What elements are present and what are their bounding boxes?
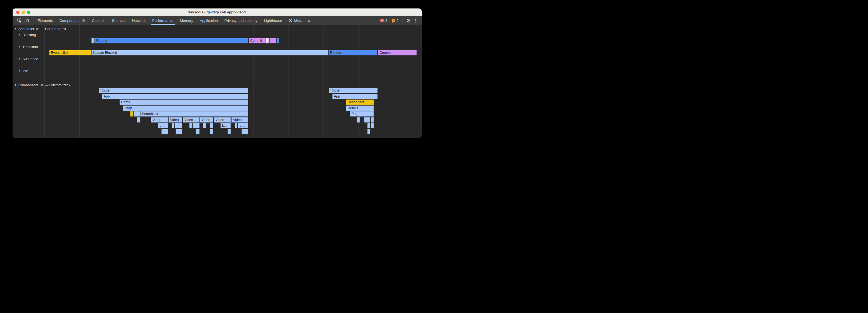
flame-bar-l[interactable]: L… [238, 123, 248, 128]
flame-bar-video[interactable]: Video [214, 117, 231, 123]
collapse-triangle-icon[interactable]: ▼ [18, 45, 21, 48]
track-header-components[interactable]: ▼Components— Custom track [14, 82, 70, 88]
flame-bar[interactable] [242, 129, 248, 134]
flame-bar[interactable] [134, 111, 140, 117]
tab-label: Sources [112, 19, 126, 23]
inspect-element-icon[interactable] [16, 17, 23, 24]
flame-bar[interactable] [210, 123, 213, 128]
lane-label-blocking[interactable]: ▼Blocking [18, 32, 36, 37]
flame-bar-app[interactable]: App [102, 94, 248, 99]
kebab-menu-icon[interactable]: ⋮ [412, 17, 419, 24]
lane-label-idle[interactable]: ▼Idle [18, 68, 28, 73]
minimize-button[interactable] [22, 11, 25, 14]
flame-bar[interactable] [210, 129, 213, 134]
track-header-scheduler[interactable]: ▼Scheduler— Custom track [14, 26, 66, 31]
collapse-triangle-icon[interactable]: ▼ [18, 33, 21, 36]
flame-bar-l[interactable]: L… [158, 123, 168, 128]
react-atom-icon [40, 83, 43, 86]
flame-bar-router[interactable]: Router [329, 88, 378, 93]
bar-label: Page [350, 112, 359, 116]
flame-bar[interactable] [235, 123, 237, 128]
collapse-triangle-icon[interactable]: ▼ [14, 27, 17, 30]
close-button[interactable] [16, 11, 20, 14]
flame-bar-video[interactable]: Video [231, 117, 248, 123]
flame-bar-update-blocked[interactable]: Update Blocked [91, 50, 328, 56]
flame-bar[interactable] [130, 111, 133, 117]
flame-bar-render[interactable]: Render [95, 38, 248, 43]
flame-bar-app[interactable]: App [332, 94, 378, 99]
tab-console[interactable]: Console [89, 16, 109, 25]
flame-bar-router[interactable]: Router [99, 88, 248, 93]
warning-count: 2 [397, 19, 398, 23]
flame-bar[interactable] [172, 123, 175, 128]
tab-memory[interactable]: Memory [177, 16, 197, 25]
bar-label: Video [200, 118, 210, 122]
flame-bar[interactable] [371, 117, 374, 123]
flame-bar-searchlist[interactable]: SearchList [140, 111, 248, 117]
flame-bar[interactable] [203, 123, 206, 128]
tab-lighthouse[interactable]: Lighthouse [260, 16, 285, 25]
flame-bar[interactable] [175, 123, 182, 128]
flame-bar[interactable] [91, 38, 95, 43]
flame-bar[interactable] [227, 129, 231, 134]
flame-bar-commit[interactable]: Commit [249, 38, 266, 43]
performance-panel: ▼Scheduler— Custom track▼Blocking▼Transi… [12, 25, 422, 138]
device-toolbar-icon[interactable] [23, 17, 30, 24]
lane-label-transition[interactable]: ▼Transition [18, 44, 38, 49]
lane-label-suspense[interactable]: ▼Suspense [18, 56, 38, 61]
tab-meta[interactable]: Meta [285, 16, 306, 25]
label-text: Idle [23, 69, 28, 73]
fullscreen-button[interactable] [27, 11, 30, 14]
tab-sources[interactable]: Sources [108, 16, 129, 25]
warning-badge[interactable]: ! 2 [392, 19, 398, 23]
flame-bar[interactable] [161, 129, 168, 134]
flame-bar[interactable] [269, 38, 276, 43]
label-text: Transition [23, 45, 38, 49]
collapse-triangle-icon[interactable]: ▼ [14, 83, 17, 86]
settings-gear-icon[interactable]: ⚙ [405, 17, 412, 24]
flame-bar-video[interactable]: Video [151, 117, 168, 123]
flame-bar[interactable] [371, 123, 374, 128]
react-atom-icon [36, 27, 39, 30]
flame-bar-details[interactable]: Details [346, 105, 374, 111]
error-badge[interactable]: × 2 [380, 19, 387, 23]
bar-label: Commit [249, 39, 262, 43]
timeline-gridline [393, 25, 393, 138]
flame-bar[interactable] [196, 129, 199, 134]
flame-bar-l[interactable]: L… [220, 123, 231, 128]
bar-label: Home [120, 100, 130, 104]
bar-label: L… [221, 124, 227, 128]
flame-bar[interactable] [367, 129, 370, 134]
flame-bar-video[interactable]: Video [183, 117, 199, 123]
flame-bar-home[interactable]: Home [120, 99, 248, 105]
flame-bar-render[interactable]: Render [329, 50, 377, 56]
tab-application[interactable]: Application [196, 16, 221, 25]
flame-bar-video[interactable]: Video [168, 117, 182, 123]
flame-bar[interactable] [192, 123, 199, 128]
more-tabs-button[interactable]: » [306, 17, 313, 24]
tab-components[interactable]: Components [56, 16, 89, 25]
flame-bar[interactable] [266, 38, 269, 43]
flame-bar[interactable] [277, 38, 279, 43]
flame-bar-video[interactable]: Video [200, 117, 213, 123]
flame-bar-reconnect[interactable]: Reconnect [346, 99, 374, 105]
flame-bar[interactable] [356, 117, 360, 123]
flame-bar-event-click[interactable]: Event: click [49, 50, 91, 56]
flame-bar[interactable] [367, 123, 370, 128]
toolbar: ElementsComponentsConsoleSourcesNetworkP… [12, 16, 422, 25]
flame-bar-page[interactable]: Page [350, 111, 374, 117]
tab-network[interactable]: Network [129, 16, 149, 25]
flame-bar[interactable] [176, 129, 182, 134]
timeline-gridline [288, 25, 289, 138]
flame-bar-page[interactable]: Page [123, 105, 248, 111]
tab-performance[interactable]: Performance [149, 16, 176, 25]
bar-label: Render [329, 51, 341, 55]
flame-bar-commit[interactable]: Commit [378, 50, 417, 56]
flame-bar[interactable] [364, 117, 370, 123]
collapse-triangle-icon[interactable]: ▼ [18, 69, 21, 72]
collapse-triangle-icon[interactable]: ▼ [18, 57, 21, 60]
tab-privacy-and-security[interactable]: Privacy and security [221, 16, 261, 25]
tab-elements[interactable]: Elements [34, 16, 56, 25]
flame-bar[interactable] [189, 123, 192, 128]
flame-bar[interactable] [137, 117, 140, 123]
